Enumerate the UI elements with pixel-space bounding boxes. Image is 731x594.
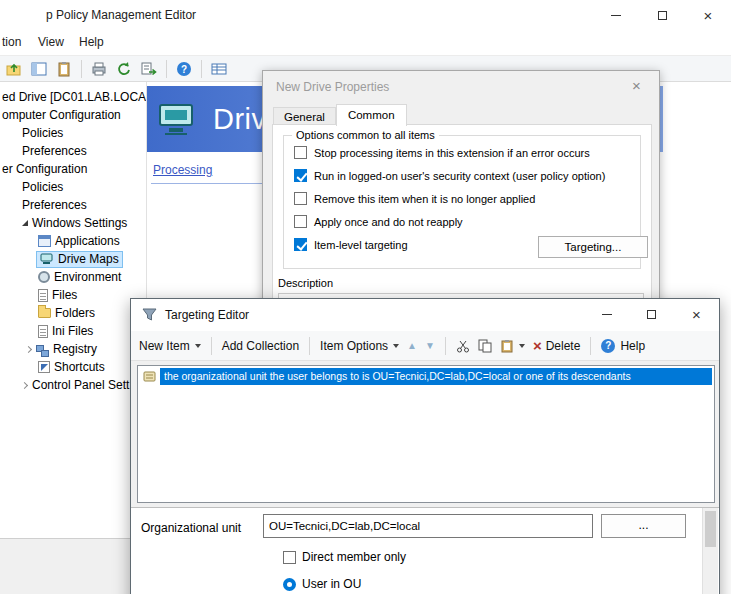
targeting-button[interactable]: Targeting... (538, 236, 648, 258)
processing-link[interactable]: Processing (153, 163, 212, 177)
close-icon: × (704, 8, 713, 23)
menu-view[interactable]: View (38, 35, 64, 49)
maximize-button[interactable] (639, 0, 685, 30)
console-tree-icon[interactable] (29, 59, 49, 79)
tree-item-preferences-user[interactable]: Preferences (0, 196, 146, 214)
minimize-icon (611, 15, 621, 16)
delete-button[interactable]: × Delete (533, 338, 580, 353)
targeting-items-list[interactable]: the organizational unit the user belongs… (137, 365, 715, 503)
tree-item-user-configuration[interactable]: er Configuration (0, 160, 146, 178)
user-in-ou-option[interactable]: User in OU (283, 577, 361, 591)
close-button[interactable]: × (674, 299, 719, 330)
dropdown-caret-icon (393, 344, 399, 348)
tree-item-computer-configuration[interactable]: omputer Configuration (0, 106, 146, 124)
minimize-button[interactable] (593, 0, 639, 30)
help-button[interactable]: ? Help (601, 339, 645, 353)
option-apply-once[interactable]: Apply once and do not reapply (294, 215, 463, 228)
cut-button[interactable] (456, 339, 470, 353)
option-label: Item-level targeting (314, 239, 408, 251)
ou-condition-icon (143, 370, 156, 383)
tree-item-windows-settings[interactable]: Windows Settings (0, 214, 146, 232)
tree-item-label: Shortcuts (54, 360, 105, 374)
clipboard-icon[interactable] (54, 59, 74, 79)
dialog-title: Targeting Editor (165, 308, 249, 322)
tree-item-policies-user[interactable]: Policies (0, 178, 146, 196)
menu-action[interactable]: tion (2, 35, 21, 49)
menu-help[interactable]: Help (79, 35, 104, 49)
tree-item-mapped-drive[interactable]: ed Drive [DC01.LAB.LOCA (0, 88, 146, 106)
maximize-button[interactable] (629, 299, 674, 330)
tree-item-label: Folders (55, 306, 95, 320)
toolbar-separator (201, 60, 202, 78)
tab-common[interactable]: Common (336, 104, 407, 126)
help-icon[interactable]: ? (174, 59, 194, 79)
collapsed-chevron-icon[interactable] (21, 381, 28, 388)
tree-item-registry[interactable]: Registry (0, 340, 146, 358)
tree-item-ini-files[interactable]: Ini Files (0, 322, 146, 340)
radio-checked[interactable] (283, 578, 296, 591)
tree-item-preferences[interactable]: Preferences (0, 142, 146, 160)
collapsed-chevron-icon[interactable] (25, 345, 32, 352)
new-item-button[interactable]: New Item (139, 339, 201, 353)
tree-item-drive-maps[interactable]: Drive Maps (0, 250, 146, 268)
close-button[interactable]: × (685, 0, 731, 30)
browse-button[interactable]: ... (601, 514, 686, 538)
help-icon: ? (601, 339, 615, 353)
printer-icon[interactable] (89, 59, 109, 79)
tree-item-label: Ini Files (52, 324, 93, 338)
dialog-title: New Drive Properties (276, 80, 389, 94)
checkbox-unchecked[interactable] (294, 192, 307, 205)
tree-item-policies[interactable]: Policies (0, 124, 146, 142)
tree-horizontal-scrollbar[interactable] (0, 538, 147, 594)
option-remove-when-not-applied[interactable]: Remove this item when it is no longer ap… (294, 192, 535, 205)
move-up-button[interactable]: ▲ (407, 340, 417, 351)
toolbar-separator (309, 337, 310, 355)
checkbox-unchecked[interactable] (294, 215, 307, 228)
direct-member-only-option[interactable]: Direct member only (283, 550, 406, 564)
add-collection-button[interactable]: Add Collection (222, 339, 299, 353)
refresh-icon[interactable] (114, 59, 134, 79)
close-button[interactable]: × (614, 71, 659, 100)
tree-item-label: Preferences (22, 198, 87, 212)
option-label: Stop processing items in this extension … (314, 147, 590, 159)
tree-item-files[interactable]: Files (0, 286, 146, 304)
condition-editor-form: Organizational unit ... Direct member on… (131, 508, 719, 594)
option-item-level-targeting[interactable]: Item-level targeting (294, 238, 408, 251)
checkbox-checked[interactable] (294, 169, 307, 182)
selected-condition-text: the organizational unit the user belongs… (160, 368, 712, 385)
move-down-button[interactable]: ▼ (425, 340, 435, 351)
tree-item-folders[interactable]: Folders (0, 304, 146, 322)
checkbox-unchecked[interactable] (294, 146, 307, 159)
option-run-in-user-context[interactable]: Run in logged-on user's security context… (294, 169, 605, 182)
description-label: Description (278, 277, 333, 289)
paste-icon (500, 339, 514, 353)
list-view-icon[interactable] (209, 59, 229, 79)
tree-item-applications[interactable]: Applications (0, 232, 146, 250)
registry-icon (36, 343, 49, 356)
item-options-button[interactable]: Item Options (320, 339, 399, 353)
up-level-icon[interactable] (4, 59, 24, 79)
copy-button[interactable] (478, 339, 492, 353)
minimize-button[interactable] (584, 299, 629, 330)
checkbox-unchecked[interactable] (283, 551, 296, 564)
export-list-icon[interactable] (139, 59, 159, 79)
tree-item-label: Applications (55, 234, 120, 248)
vertical-scrollbar[interactable] (702, 508, 718, 594)
paste-button[interactable] (500, 339, 525, 353)
tree-item-label: omputer Configuration (2, 108, 121, 122)
scissors-icon (456, 339, 470, 353)
dropdown-caret-icon (519, 344, 525, 348)
menu-bar: tion View Help (0, 30, 731, 55)
tree-item-environment[interactable]: Environment (0, 268, 146, 286)
list-item[interactable]: the organizational unit the user belongs… (140, 368, 712, 385)
tree-item-control-panel-settings[interactable]: Control Panel Sett (0, 376, 146, 394)
targeting-titlebar: Targeting Editor × (131, 299, 719, 331)
checkbox-checked[interactable] (294, 238, 307, 251)
scrollbar-thumb[interactable] (705, 511, 716, 547)
tree-item-label: Policies (22, 180, 63, 194)
tree-item-shortcuts[interactable]: Shortcuts (0, 358, 146, 376)
tree-item-label: Windows Settings (32, 216, 127, 230)
expanded-arrow-icon[interactable] (22, 220, 28, 226)
option-stop-processing[interactable]: Stop processing items in this extension … (294, 146, 590, 159)
organizational-unit-input[interactable] (263, 514, 593, 538)
